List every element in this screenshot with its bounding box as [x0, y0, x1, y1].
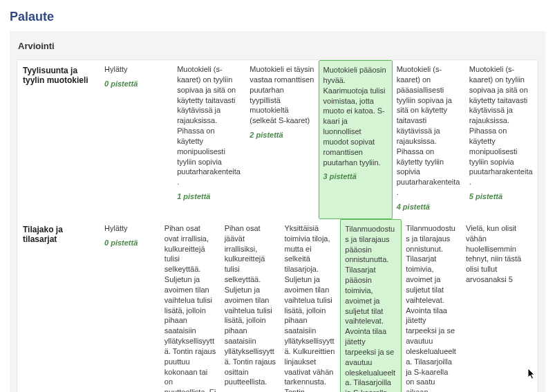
level-cell[interactable]: Tilanmuodostus ja tilarajaus onnistunut.… [402, 219, 462, 392]
level-desc: Tilanmuodostus ja tilarajaus pääosin onn… [345, 224, 397, 392]
panel-heading: Arviointi [17, 38, 538, 54]
level-cell[interactable]: Muotokieli ei täysin vastaa romanttisen … [245, 60, 318, 219]
level-points: 1 pistettä [177, 192, 241, 202]
rubric-table: Tyylisuunta ja tyylin muotokieliHylätty0… [17, 59, 538, 392]
levels-wrap: Hylätty0 pistettäMuotokieli (s-kaaret) o… [100, 60, 538, 219]
rubric-row: Tilajako ja tilasarjatHylätty0 pistettäP… [17, 219, 538, 392]
level-points: 2 pistettä [250, 130, 314, 140]
level-cell[interactable]: Tilanmuodostus ja tilarajaus pääosin onn… [340, 219, 402, 392]
level-desc: Tilanmuodostus ja tilarajaus onnistunut.… [406, 223, 458, 392]
level-desc: Pihan osat jäävät irrallisiksi, kulkurei… [225, 223, 276, 388]
level-points: 3 pistettä [323, 171, 388, 182]
level-cell[interactable]: Pihan osat ovat irrallisia, kulkureittej… [160, 219, 220, 392]
criterion-label: Tyylisuunta ja tyylin muotokieli [17, 60, 100, 219]
criterion-label: Tilajako ja tilasarjat [17, 219, 100, 392]
level-desc: Yksittäisiä toimivia tiloja, mutta ei se… [284, 223, 336, 392]
level-cell[interactable]: Muotokieli (s-kaaret) on pääasiallisesti… [393, 60, 465, 219]
panel-arviointi: Arviointi Tyylisuunta ja tyylin muotokie… [10, 31, 545, 392]
level-cell[interactable]: Muotokieli (s-kaaret) on tyyliin sopivaa… [465, 60, 538, 219]
level-points: 4 pistettä [397, 202, 461, 212]
rubric-row: Tyylisuunta ja tyylin muotokieliHylätty0… [17, 60, 538, 219]
level-desc: Muotokieli (s-kaaret) on tyyliin sopivaa… [177, 64, 241, 187]
level-desc: Muotokieli pääosin hyvää. Kaarimuotoja t… [323, 65, 388, 167]
level-desc: Hylätty [104, 64, 169, 75]
level-cell[interactable]: Muotokieli pääosin hyvää. Kaarimuotoja t… [319, 60, 393, 219]
level-desc: Muotokieli ei täysin vastaa romanttisen … [250, 64, 314, 126]
level-desc: Pihan osat ovat irrallisia, kulkureittej… [164, 223, 216, 392]
level-points: 5 pistettä [469, 192, 534, 202]
level-cell[interactable]: Muotokieli (s-kaaret) on tyyliin sopivaa… [173, 60, 245, 219]
level-cell[interactable]: Hylätty0 pistettä [100, 60, 173, 219]
row-comment: Vielä, kun olisit vähän huolellisemmin t… [462, 219, 538, 392]
level-desc: Hylätty [104, 223, 156, 234]
page-container: Palaute Arviointi Tyylisuunta ja tyylin … [0, 0, 555, 392]
level-desc: Muotokieli (s-kaaret) on pääasiallisesti… [397, 64, 461, 198]
level-cell[interactable]: Yksittäisiä toimivia tiloja, mutta ei se… [280, 219, 340, 392]
level-cell[interactable]: Hylätty0 pistettä [100, 219, 160, 392]
level-desc: Muotokieli (s-kaaret) on tyyliin sopivaa… [469, 64, 534, 187]
level-points: 0 pistettä [104, 238, 156, 248]
page-title: Palaute [10, 10, 545, 24]
levels-wrap: Hylätty0 pistettäPihan osat ovat irralli… [100, 219, 462, 392]
level-points: 0 pistettä [104, 79, 169, 89]
level-cell[interactable]: Pihan osat jäävät irrallisiksi, kulkurei… [220, 219, 281, 392]
